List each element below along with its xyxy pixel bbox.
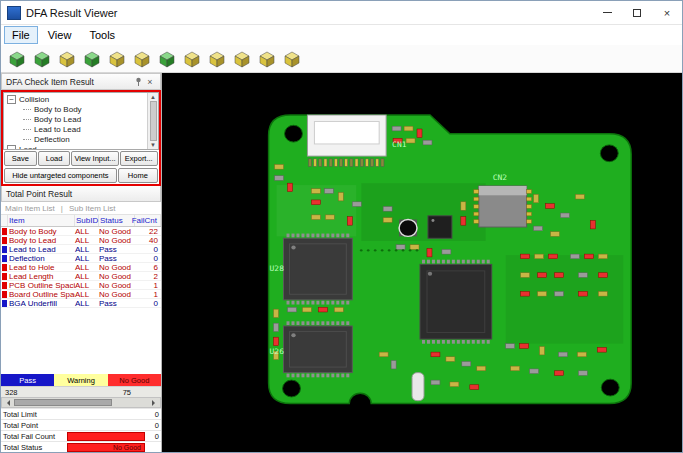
tree-item-collision[interactable]: −Collision bbox=[7, 94, 147, 104]
stat-label: Total Status bbox=[3, 443, 65, 452]
panel-close-icon[interactable]: × bbox=[144, 76, 156, 88]
close-icon: × bbox=[664, 7, 670, 19]
tree-scrollbar[interactable]: ▲ ▼ bbox=[147, 93, 158, 149]
menu-tools[interactable]: Tools bbox=[81, 26, 123, 44]
minimize-button[interactable] bbox=[592, 1, 622, 25]
passive-component bbox=[301, 301, 304, 305]
passive-component bbox=[379, 352, 388, 357]
view-input-button[interactable]: View Input... bbox=[71, 151, 118, 166]
pin-icon[interactable] bbox=[132, 76, 144, 88]
scroll-down-icon[interactable]: ▼ bbox=[150, 142, 156, 148]
section-view-icon[interactable] bbox=[181, 48, 203, 70]
pcb-viewport[interactable]: CN1CN2U28U26 bbox=[162, 73, 682, 452]
passive-component bbox=[321, 234, 324, 238]
passive-component bbox=[274, 337, 279, 345]
passive-component bbox=[306, 301, 309, 305]
col-status[interactable]: Status bbox=[99, 215, 135, 226]
col-item[interactable]: Item bbox=[8, 215, 75, 226]
buzzer-component[interactable] bbox=[399, 220, 417, 237]
menu-file[interactable]: File bbox=[4, 26, 38, 44]
save-model-icon[interactable] bbox=[31, 48, 53, 70]
passive-component bbox=[392, 126, 401, 131]
cell-status: No Good bbox=[99, 236, 135, 245]
status-indicator bbox=[2, 282, 7, 289]
box-closed-icon[interactable] bbox=[256, 48, 278, 70]
chip-u28[interactable] bbox=[284, 238, 353, 300]
explode-view-icon[interactable] bbox=[156, 48, 178, 70]
expander-icon[interactable]: − bbox=[7, 95, 16, 104]
tab-main-item-list[interactable]: Main Item List bbox=[5, 204, 55, 213]
passive-component bbox=[462, 260, 465, 264]
passive-component bbox=[457, 260, 460, 264]
left-panel: DFA Check Item Result × −CollisionBody t… bbox=[1, 73, 162, 452]
chip-main[interactable] bbox=[420, 264, 492, 339]
passive-component bbox=[477, 260, 480, 264]
passive-component bbox=[511, 366, 520, 371]
chip-u26[interactable] bbox=[284, 326, 353, 373]
passive-component bbox=[521, 291, 530, 296]
menu-view[interactable]: View bbox=[40, 26, 80, 44]
cell-item: Body to Body bbox=[8, 227, 75, 236]
result-scrollbar[interactable] bbox=[1, 397, 161, 408]
silkscreen-label-cn2: CN2 bbox=[493, 174, 507, 183]
save-button[interactable]: Save bbox=[4, 151, 37, 166]
passive-component bbox=[346, 374, 349, 378]
scroll-right-icon[interactable] bbox=[152, 400, 158, 406]
board-view-icon[interactable] bbox=[56, 48, 78, 70]
expander-icon[interactable]: − bbox=[7, 145, 16, 150]
passive-component bbox=[432, 260, 435, 264]
open-model-icon[interactable] bbox=[6, 48, 28, 70]
cell-subid: ALL bbox=[75, 299, 99, 308]
passive-component bbox=[341, 321, 344, 325]
scroll-up-icon[interactable]: ▲ bbox=[150, 94, 156, 100]
package-view-icon[interactable] bbox=[281, 48, 303, 70]
passive-component bbox=[461, 217, 466, 225]
passive-component bbox=[482, 340, 485, 344]
home-button[interactable]: Home bbox=[118, 168, 158, 183]
passive-component bbox=[292, 321, 295, 325]
tree-item-body-to-lead[interactable]: Body to Lead bbox=[7, 114, 147, 124]
measure-icon[interactable] bbox=[206, 48, 228, 70]
small-ic[interactable] bbox=[428, 216, 452, 238]
legend-no-good: No Good bbox=[108, 374, 161, 386]
col-failcnt[interactable]: FailCnt bbox=[135, 215, 161, 226]
passive-component bbox=[334, 307, 343, 312]
component-view-icon[interactable] bbox=[81, 48, 103, 70]
passive-component bbox=[288, 307, 297, 312]
crystal-component[interactable] bbox=[412, 373, 424, 401]
passive-component bbox=[462, 340, 465, 344]
status-indicator bbox=[2, 291, 7, 298]
export-button[interactable]: Export... bbox=[120, 151, 158, 166]
tree-scroll-thumb[interactable] bbox=[150, 101, 157, 141]
tree-item-lead-to-lead[interactable]: Lead to Lead bbox=[7, 124, 147, 134]
tree-item-body-to-body[interactable]: Body to Body bbox=[7, 104, 147, 114]
connector-cn1[interactable] bbox=[307, 115, 386, 156]
passive-component bbox=[319, 159, 322, 166]
passive-component bbox=[570, 254, 579, 259]
box-open-icon[interactable] bbox=[231, 48, 253, 70]
close-button[interactable]: × bbox=[652, 1, 682, 25]
cell-failcnt: 22 bbox=[135, 227, 161, 236]
scroll-left-icon[interactable] bbox=[4, 400, 10, 406]
load-button[interactable]: Load bbox=[38, 151, 71, 166]
assembly-view-icon[interactable] bbox=[106, 48, 128, 70]
connector-cn2[interactable] bbox=[479, 186, 527, 227]
maximize-button[interactable] bbox=[622, 1, 652, 25]
passive-component bbox=[324, 159, 327, 166]
cell-subid: ALL bbox=[75, 290, 99, 299]
tree-item-deflection[interactable]: Deflection bbox=[7, 134, 147, 144]
passive-component bbox=[590, 220, 595, 228]
cell-subid: ALL bbox=[75, 281, 99, 290]
collision-check-icon[interactable] bbox=[131, 48, 153, 70]
passive-component bbox=[346, 234, 349, 238]
passive-component bbox=[487, 260, 490, 264]
tree-item-lead[interactable]: −Lead bbox=[7, 144, 147, 149]
tab-sub-item-list[interactable]: Sub Item List bbox=[69, 204, 116, 213]
table-row[interactable]: BGA UnderfillALLPass0 bbox=[1, 299, 161, 308]
col-subid[interactable]: SubID bbox=[75, 215, 99, 226]
hide-untargeted-button[interactable]: Hide untargeted components bbox=[4, 168, 117, 183]
result-scroll-thumb[interactable] bbox=[14, 399, 112, 406]
status-indicator bbox=[2, 273, 7, 280]
passive-component bbox=[296, 301, 299, 305]
passive-component bbox=[467, 340, 470, 344]
